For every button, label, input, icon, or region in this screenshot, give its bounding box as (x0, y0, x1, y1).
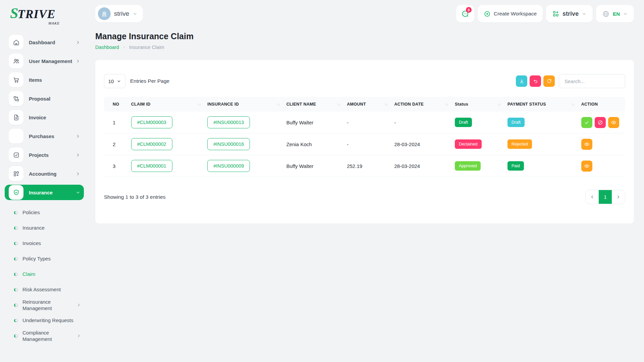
export-button[interactable] (516, 75, 527, 87)
view-button[interactable] (608, 117, 619, 128)
chevron-down-icon (623, 11, 628, 16)
insurance-id-badge[interactable]: #INSU000009 (207, 160, 250, 172)
page-title: Manage Insurance Claim (95, 32, 634, 41)
next-page-button[interactable] (612, 190, 625, 204)
decline-button[interactable] (595, 117, 606, 128)
ban-icon (597, 120, 603, 125)
table-footer: Showing 1 to 3 of 3 entries 1 (104, 190, 625, 204)
globe-icon (602, 10, 610, 18)
sidebar-subitem-claim[interactable]: Claim (0, 266, 89, 282)
cell-action-date: 28-03-2024 (391, 155, 451, 177)
approve-button[interactable] (581, 117, 592, 128)
sidebar-subitem-insurance[interactable]: Insurance (0, 220, 89, 236)
bullet-icon (14, 334, 18, 338)
prev-page-button[interactable] (586, 190, 599, 204)
sidebar-item-invoice[interactable]: Invoice (5, 110, 84, 125)
sidebar-item-proposal[interactable]: Proposal (5, 91, 84, 106)
sort-icon: ↑↓ (572, 102, 575, 106)
breadcrumb-dashboard-link[interactable]: Dashboard (95, 45, 119, 50)
status-badge: Approved (455, 161, 481, 171)
insurance-id-badge[interactable]: #INSU000016 (207, 138, 250, 150)
column-header-payment-status[interactable]: PAYMENT STATUS↑↓ (504, 97, 578, 112)
claim-id-badge[interactable]: #CLM000002 (131, 138, 172, 150)
sidebar-subitem-risk-assessment[interactable]: Risk Assessment (0, 282, 89, 297)
claim-id-badge[interactable]: #CLM000001 (131, 160, 172, 172)
chevron-right-icon (76, 334, 81, 338)
payment-status-badge: Paid (507, 161, 524, 171)
purchases-icon (9, 129, 23, 143)
sort-icon: ↑↓ (384, 102, 387, 106)
sidebar-subitem-policies[interactable]: Policies (0, 205, 89, 220)
payment-status-badge: Draft (507, 118, 525, 127)
chevron-right-icon (75, 40, 80, 45)
sidebar-item-dashboard[interactable]: Dashboard (5, 35, 84, 50)
eye-icon (584, 163, 590, 169)
sidebar-item-insurance[interactable]: Insurance (5, 185, 84, 200)
entries-per-page-select[interactable]: 10 (104, 74, 125, 88)
sidebar-subitem-reinsurance-management[interactable]: Reinsurance Management (0, 297, 89, 313)
sidebar-item-items[interactable]: Items (5, 72, 84, 87)
check-icon (584, 120, 590, 125)
sidebar-item-purchases[interactable]: Purchases (5, 128, 84, 144)
sidebar-item-accounting[interactable]: Accounting (5, 166, 84, 181)
refresh-button[interactable] (543, 75, 555, 87)
shield-icon (9, 185, 23, 200)
plus-circle-icon (484, 10, 491, 17)
insurance-id-badge[interactable]: #INSU000013 (207, 116, 250, 128)
sidebar-nav: Dashboard User Management Items Proposal… (0, 27, 89, 362)
claim-id-badge[interactable]: #CLM000003 (131, 116, 172, 128)
status-badge: Declained (455, 139, 482, 149)
table-row: 2 #CLM000002 #INSU000016 Zenia Koch - 28… (104, 133, 625, 155)
messages-button[interactable]: 0 (456, 5, 474, 22)
app-root: STRIVE MAKE Dashboard User Management It… (0, 0, 644, 362)
sidebar-subitem-compliance-management[interactable]: Compliance Management (0, 328, 89, 344)
bullet-icon (14, 226, 18, 230)
row-actions (581, 139, 622, 150)
sort-icon: ↑↓ (445, 102, 448, 106)
table-row: 1 #CLM000003 #INSU000013 Buffy Walter - … (104, 112, 625, 133)
toolbar-buttons (516, 75, 555, 87)
sidebar-item-user-management[interactable]: User Management (5, 53, 84, 69)
column-header-client-name[interactable]: CLIENT NAME↑↓ (283, 97, 344, 112)
sidebar-subitem-policy-types[interactable]: Policy Types (0, 251, 89, 266)
column-header-insurance-id[interactable]: INSURANCE ID↑↓ (204, 97, 283, 112)
cell-no: 1 (104, 112, 128, 133)
page-1-button[interactable]: 1 (599, 190, 612, 204)
sidebar-subitem-underwriting-requests[interactable]: Underwriting Requests (0, 313, 89, 328)
projects-icon (9, 147, 23, 162)
search-input[interactable] (559, 74, 625, 88)
column-header-action: ACTION (578, 97, 625, 112)
sort-icon: ↑↓ (498, 102, 501, 106)
sidebar-item-projects[interactable]: Projects (5, 147, 84, 163)
column-header-status[interactable]: Status↑↓ (451, 97, 504, 112)
view-button[interactable] (581, 161, 592, 172)
workspace-switcher[interactable]: strive (546, 5, 593, 22)
cell-no: 2 (104, 133, 128, 155)
app-logo[interactable]: STRIVE MAKE (0, 0, 89, 27)
column-header-action-date[interactable]: ACTION DATE↑↓ (391, 97, 451, 112)
sort-icon: ↑↓ (198, 102, 201, 106)
bullet-icon (14, 288, 18, 292)
workspace-name: strive (114, 10, 129, 17)
chevron-right-icon (122, 45, 126, 49)
sidebar-subitem-invoices[interactable]: Invoices (0, 236, 89, 251)
download-icon (519, 78, 525, 84)
column-header-amount[interactable]: AMOUNT↑↓ (343, 97, 391, 112)
proposal-icon (9, 91, 23, 106)
workspace-selector[interactable]: strive (95, 5, 143, 22)
undo-button[interactable] (530, 75, 541, 87)
logo-tagline: MAKE (10, 21, 60, 25)
language-selector[interactable]: EN (596, 5, 634, 22)
chevron-right-icon (75, 171, 80, 176)
undo-icon (533, 78, 538, 84)
cell-action-date: - (391, 112, 451, 133)
view-button[interactable] (581, 139, 592, 150)
row-actions (581, 117, 622, 128)
column-header-claim-id[interactable]: CLAIM ID↑↓ (128, 97, 204, 112)
status-badge: Draft (455, 118, 472, 127)
bullet-icon (14, 211, 18, 215)
grid-plus-icon (552, 10, 559, 17)
refresh-icon (546, 78, 552, 84)
create-workspace-button[interactable]: Create Workspace (478, 5, 543, 22)
chevron-down-icon (132, 11, 138, 16)
